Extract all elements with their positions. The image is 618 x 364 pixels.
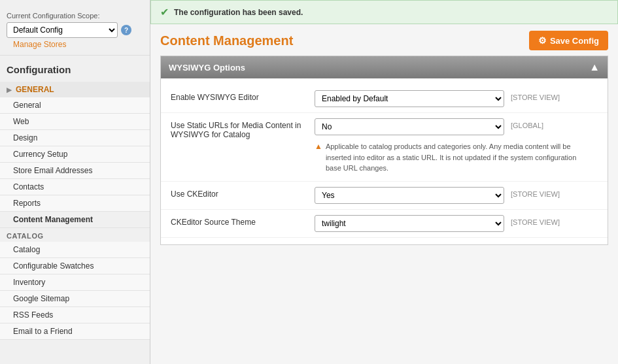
sidebar-title: Configuration xyxy=(0,61,150,82)
nav-item-email-to-a-friend[interactable]: Email to a Friend xyxy=(0,323,150,340)
success-bar: ✔ The configuration has been saved. xyxy=(150,0,618,24)
nav-item-contacts[interactable]: Contacts xyxy=(0,179,150,195)
control-enable-wysiwyg: Enabled by Default Disabled by Default D… xyxy=(315,90,598,107)
static-urls-inner: Use Static URLs for Media Content in WYS… xyxy=(171,118,598,139)
nav-item-reports[interactable]: Reports xyxy=(0,195,150,212)
success-message: The configuration has been saved. xyxy=(174,8,303,17)
note-icon: ▲ xyxy=(315,142,322,151)
nav-item-web[interactable]: Web xyxy=(0,114,150,130)
select-ckeditor[interactable]: Yes No xyxy=(315,187,504,204)
nav-item-general[interactable]: General xyxy=(0,97,150,114)
nav-item-rss-feeds[interactable]: RSS Feeds xyxy=(0,307,150,323)
sidebar: Current Configuration Scope: Default Con… xyxy=(0,0,150,364)
panel-toggle-icon[interactable]: ▲ xyxy=(589,61,600,73)
nav-item-catalog[interactable]: Catalog xyxy=(0,242,150,258)
select-enable-wysiwyg[interactable]: Enabled by Default Disabled by Default D… xyxy=(315,90,504,107)
scope-select[interactable]: Default Config xyxy=(7,22,118,38)
panel-title: WYSIWYG Options xyxy=(169,63,245,73)
nav-item-design[interactable]: Design xyxy=(0,130,150,146)
form-row-ckeditor-theme: CKEditor Source Theme twilight default m… xyxy=(161,210,608,238)
scope-tag-ckeditor-theme: [STORE VIEW] xyxy=(511,215,560,226)
nav-item-inventory[interactable]: Inventory xyxy=(0,274,150,291)
select-ckeditor-theme[interactable]: twilight default monokai_sublime xyxy=(315,215,504,232)
form-row-static-urls: Use Static URLs for Media Content in WYS… xyxy=(161,113,608,182)
note-text-static-urls: Applicable to catalog products and categ… xyxy=(326,141,587,174)
scope-section: Current Configuration Scope: Default Con… xyxy=(0,7,150,56)
catalog-section-label: CATALOG xyxy=(0,228,150,242)
wysiwyg-panel: WYSIWYG Options ▲ Enable WYSIWYG Editor … xyxy=(160,56,608,245)
select-static-urls[interactable]: No Yes xyxy=(315,118,504,135)
save-icon: ⚙ xyxy=(538,35,547,46)
static-urls-note: ▲ Applicable to catalog products and cat… xyxy=(171,139,587,176)
panel-header: WYSIWYG Options ▲ xyxy=(161,56,608,78)
panel-body: Enable WYSIWYG Editor Enabled by Default… xyxy=(161,78,608,244)
general-section-label: GENERAL xyxy=(16,85,54,94)
success-icon: ✔ xyxy=(160,6,169,18)
general-arrow-icon: ▶ xyxy=(7,86,12,93)
nav-item-configurable-swatches[interactable]: Configurable Swatches xyxy=(0,258,150,274)
general-section-header[interactable]: ▶ GENERAL xyxy=(0,82,150,97)
control-static-urls: No Yes [GLOBAL] xyxy=(315,118,598,135)
content-header: Content Management ⚙ Save Config xyxy=(150,24,618,56)
scope-label: Current Configuration Scope: xyxy=(7,12,143,20)
nav-item-currency-setup[interactable]: Currency Setup xyxy=(0,146,150,163)
nav-item-google-sitemap[interactable]: Google Sitemap xyxy=(0,291,150,307)
control-ckeditor-theme: twilight default monokai_sublime [STORE … xyxy=(315,215,598,232)
catalog-nav-items: Catalog Configurable Swatches Inventory … xyxy=(0,242,150,340)
general-nav-items: General Web Design Currency Setup Store … xyxy=(0,97,150,228)
label-static-urls: Use Static URLs for Media Content in WYS… xyxy=(171,118,315,139)
scope-tag-ckeditor: [STORE VIEW] xyxy=(511,187,560,198)
label-ckeditor: Use CKEditor xyxy=(171,187,315,199)
label-enable-wysiwyg: Enable WYSIWYG Editor xyxy=(171,90,315,102)
save-config-button[interactable]: ⚙ Save Config xyxy=(529,31,608,50)
scope-tag-static-urls: [GLOBAL] xyxy=(511,118,543,129)
control-ckeditor: Yes No [STORE VIEW] xyxy=(315,187,598,204)
manage-stores-link[interactable]: Manage Stores xyxy=(7,38,143,51)
scope-help-icon[interactable]: ? xyxy=(121,25,131,35)
scope-tag-enable-wysiwyg: [STORE VIEW] xyxy=(511,90,560,101)
form-row-enable-wysiwyg: Enable WYSIWYG Editor Enabled by Default… xyxy=(161,85,608,113)
main-content: ✔ The configuration has been saved. Cont… xyxy=(150,0,618,364)
nav-item-store-email-addresses[interactable]: Store Email Addresses xyxy=(0,163,150,179)
form-row-ckeditor: Use CKEditor Yes No [STORE VIEW] xyxy=(161,182,608,210)
nav-item-content-management[interactable]: Content Management xyxy=(0,212,150,228)
page-title: Content Management xyxy=(160,33,293,48)
label-ckeditor-theme: CKEditor Source Theme xyxy=(171,215,315,227)
